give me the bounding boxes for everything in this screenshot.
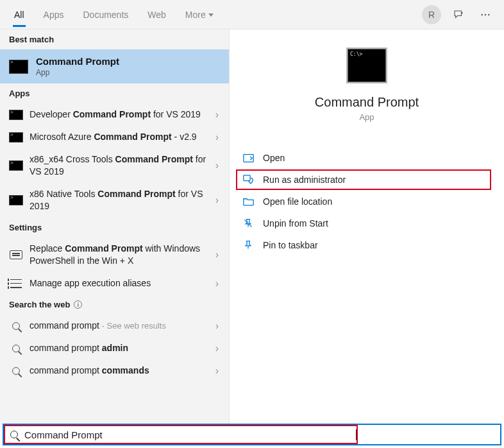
folder-icon	[242, 196, 254, 207]
search-bar-highlight: Command Prompt	[4, 425, 358, 444]
results-panel: Best match Command Prompt App Apps Devel…	[0, 30, 230, 425]
chevron-right-icon[interactable]: ›	[212, 343, 223, 354]
result-title: Developer Command Prompt for VS 2019	[29, 108, 212, 121]
result-title: Manage app execution aliases	[29, 277, 212, 289]
settings-result[interactable]: Replace Command Prompt with Windows Powe…	[0, 237, 229, 272]
command-prompt-icon	[9, 60, 28, 74]
chevron-right-icon[interactable]: ›	[212, 194, 223, 206]
detail-subtitle: App	[230, 112, 504, 122]
web-result[interactable]: command prompt - See web results ›	[0, 314, 229, 337]
command-prompt-large-icon	[348, 49, 386, 82]
more-options-icon[interactable]	[476, 5, 495, 24]
app-result[interactable]: x86 Native Tools Command Prompt for VS 2…	[0, 183, 229, 218]
action-label: Unpin from Start	[263, 218, 328, 228]
svg-point-2	[488, 13, 489, 15]
command-prompt-icon	[9, 110, 23, 120]
tab-documents[interactable]: Documents	[74, 3, 137, 26]
action-open[interactable]: Open	[236, 148, 491, 168]
result-title: x86_x64 Cross Tools Command Prompt for V…	[29, 153, 212, 178]
action-label: Open file location	[263, 196, 332, 207]
tab-web[interactable]: Web	[139, 3, 175, 26]
result-title: Replace Command Prompt with Windows Powe…	[29, 243, 212, 267]
chevron-right-icon[interactable]: ›	[212, 132, 223, 143]
pin-icon	[242, 240, 254, 250]
filter-tabs: All Apps Documents Web More	[5, 3, 223, 26]
settings-result[interactable]: Manage app execution aliases ›	[0, 272, 229, 295]
chevron-right-icon[interactable]: ›	[212, 249, 223, 261]
svg-rect-4	[243, 175, 249, 181]
display-settings-icon	[10, 250, 22, 259]
svg-point-0	[482, 13, 483, 15]
web-result[interactable]: command prompt admin ›	[0, 337, 229, 359]
section-apps: Apps	[0, 83, 229, 103]
action-label: Run as administrator	[263, 175, 346, 185]
action-label: Open	[263, 153, 285, 163]
result-title: command prompt - See web results	[29, 320, 212, 332]
top-tab-bar: All Apps Documents Web More R	[0, 0, 504, 30]
app-result[interactable]: x86_x64 Cross Tools Command Prompt for V…	[0, 148, 229, 183]
search-icon	[10, 431, 18, 438]
detail-actions: Open Run as administrator Open file loca…	[230, 148, 504, 255]
command-prompt-icon	[9, 132, 23, 142]
info-icon[interactable]: i	[74, 300, 82, 309]
action-open-file-location[interactable]: Open file location	[236, 191, 491, 212]
best-match-title: Command Prompt	[36, 56, 220, 67]
result-title: command prompt admin	[29, 342, 212, 354]
search-icon	[12, 345, 20, 352]
search-icon	[12, 367, 20, 375]
tab-all[interactable]: All	[5, 3, 33, 26]
main-content: Best match Command Prompt App Apps Devel…	[0, 30, 504, 425]
chevron-right-icon[interactable]: ›	[212, 160, 223, 171]
result-title: x86 Native Tools Command Prompt for VS 2…	[29, 188, 212, 212]
app-result[interactable]: Developer Command Prompt for VS 2019 ›	[0, 103, 229, 126]
topbar-right: R	[422, 5, 499, 24]
result-title: command prompt commands	[29, 365, 212, 377]
action-label: Pin to taskbar	[263, 240, 318, 250]
section-best-match: Best match	[0, 30, 229, 49]
best-match-result[interactable]: Command Prompt App	[0, 49, 229, 83]
shield-admin-icon	[242, 175, 254, 185]
chevron-right-icon[interactable]: ›	[212, 278, 223, 289]
detail-header: Command Prompt App	[230, 49, 504, 122]
action-unpin-from-start[interactable]: Unpin from Start	[236, 213, 491, 234]
unpin-icon	[242, 218, 254, 228]
tab-apps[interactable]: Apps	[35, 3, 73, 26]
search-bar[interactable]: Command Prompt	[3, 424, 501, 445]
svg-point-1	[485, 13, 486, 15]
result-title: Microsoft Azure Command Prompt - v2.9	[29, 131, 212, 143]
open-icon	[242, 153, 254, 163]
search-input[interactable]: Command Prompt	[24, 429, 356, 440]
chevron-right-icon[interactable]: ›	[212, 365, 223, 377]
chevron-right-icon[interactable]: ›	[212, 109, 223, 121]
section-settings: Settings	[0, 218, 229, 237]
action-run-as-administrator[interactable]: Run as administrator	[236, 169, 491, 190]
best-match-subtitle: App	[36, 68, 220, 77]
chevron-down-icon	[208, 13, 214, 17]
web-result[interactable]: command prompt commands ›	[0, 359, 229, 382]
text-cursor	[356, 429, 357, 440]
action-pin-to-taskbar[interactable]: Pin to taskbar	[236, 235, 491, 255]
section-search-web: Search the web i	[0, 295, 229, 314]
search-icon	[12, 322, 20, 330]
chevron-right-icon[interactable]: ›	[212, 320, 223, 332]
detail-panel: Command Prompt App Open Run as administr…	[230, 30, 504, 425]
app-result[interactable]: Microsoft Azure Command Prompt - v2.9 ›	[0, 126, 229, 148]
feedback-icon[interactable]	[449, 5, 468, 24]
detail-title: Command Prompt	[230, 95, 504, 110]
command-prompt-icon	[9, 160, 23, 171]
user-avatar[interactable]: R	[422, 5, 441, 24]
command-prompt-icon	[9, 195, 23, 205]
list-settings-icon	[10, 279, 22, 288]
tab-more[interactable]: More	[176, 3, 223, 26]
